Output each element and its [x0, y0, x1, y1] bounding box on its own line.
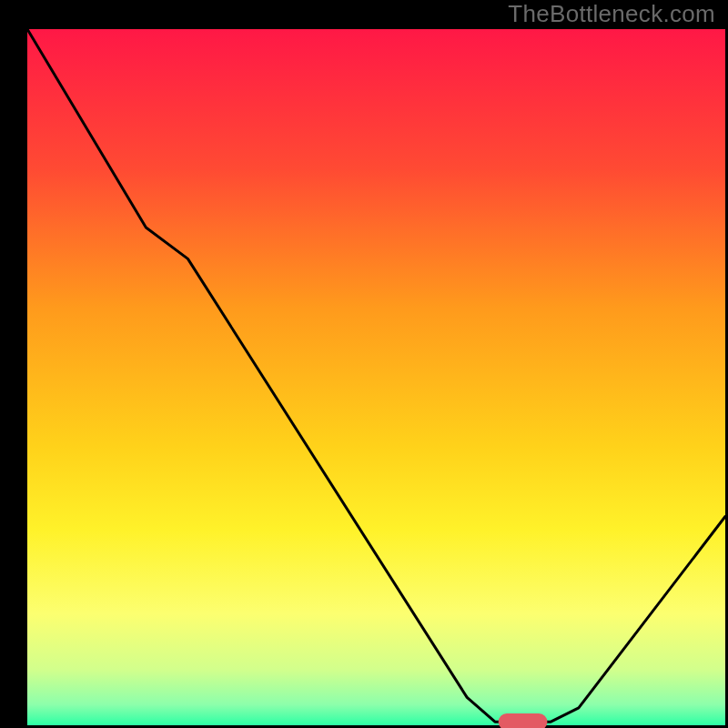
bottleneck-chart: TheBottleneck.com — [0, 0, 728, 728]
optimal-marker — [499, 713, 548, 728]
watermark-text: TheBottleneck.com — [508, 0, 715, 28]
plot-background — [27, 29, 725, 725]
chart-svg — [0, 0, 728, 728]
